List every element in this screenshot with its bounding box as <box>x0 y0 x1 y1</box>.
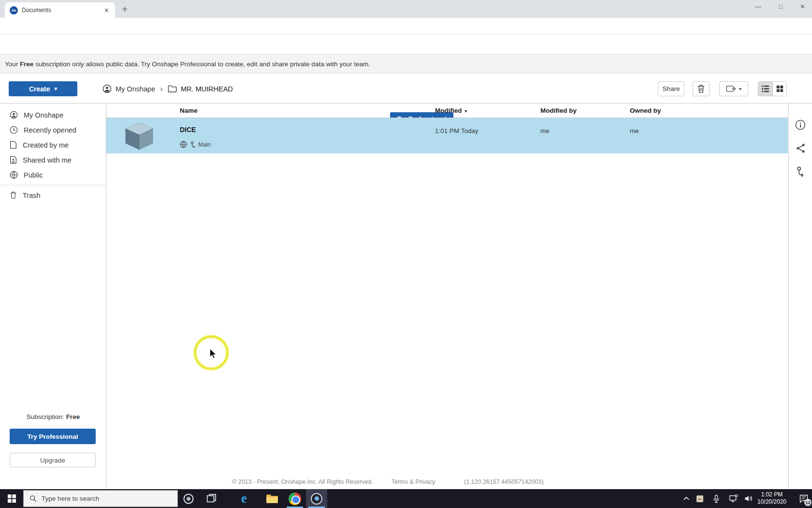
create-button[interactable]: Create ▾ <box>9 81 77 96</box>
content-area: My Onshape Recently opened Created by me… <box>0 103 812 489</box>
file-explorer-icon <box>266 493 278 504</box>
edge-icon: e <box>241 491 247 506</box>
subscription-banner: Your Free subscription only allows publi… <box>0 55 812 74</box>
column-header-modified[interactable]: Modified ▼ <box>435 107 468 114</box>
chrome-button[interactable] <box>284 489 305 508</box>
onshape-favicon: On <box>10 6 18 15</box>
label-filter-button[interactable]: ▾ <box>719 81 748 96</box>
sort-desc-icon: ▼ <box>464 109 468 114</box>
public-globe-icon <box>180 141 187 148</box>
chevron-up-icon <box>683 495 690 502</box>
banner-text: Your Free subscription only allows publi… <box>5 60 370 68</box>
taskbar-search-icon <box>29 495 37 502</box>
sidebar-item-my-onshape[interactable]: My Onshape <box>0 107 106 122</box>
microphone-icon <box>712 494 720 503</box>
taskbar-search[interactable]: Type here to search <box>23 490 178 507</box>
versions-branch-icon[interactable] <box>796 166 805 177</box>
footer-terms-link[interactable]: Terms & Privacy <box>392 478 435 485</box>
share-button[interactable]: Share <box>658 81 684 96</box>
breadcrumb: My Onshape › MR. MUIRHEAD <box>102 81 233 96</box>
list-view-toggle[interactable] <box>758 82 772 96</box>
action-center-button[interactable]: 12 <box>796 489 812 508</box>
clock-date: 10/20/2020 <box>750 498 794 506</box>
document-thumbnail-cube <box>124 121 155 150</box>
minimize-icon[interactable]: — <box>755 3 761 10</box>
try-professional-button[interactable]: Try Professional <box>10 429 96 444</box>
column-header-name[interactable]: Name <box>180 107 198 114</box>
person-circle-icon <box>10 111 18 119</box>
grid-view-icon <box>776 85 783 92</box>
file-explorer-button[interactable] <box>261 489 283 508</box>
grid-view-toggle[interactable] <box>772 82 786 96</box>
breadcrumb-chevron-icon: › <box>160 84 163 94</box>
trash-icon <box>10 191 17 199</box>
mouse-cursor <box>209 348 218 359</box>
task-view-icon <box>206 493 217 504</box>
upgrade-button[interactable]: Upgrade <box>10 453 96 467</box>
tray-app-button[interactable] <box>692 489 708 508</box>
sidebar-item-public[interactable]: Public <box>0 167 106 182</box>
footer-copyright: © 2013 - Present, Onshape Inc. All Right… <box>232 478 373 485</box>
tray-microphone-button[interactable] <box>709 489 724 508</box>
subscription-status: Subscription: Free <box>0 413 106 420</box>
document-modified-by: me <box>540 127 550 134</box>
tab-close-icon[interactable]: ✕ <box>103 7 110 14</box>
footer-version: (1.120.26157.445057142003) <box>464 478 544 485</box>
windows-logo-icon <box>8 494 16 503</box>
branch-icon <box>190 141 195 148</box>
document-modified: 1:01 PM Today <box>435 127 478 134</box>
folder-icon <box>168 85 177 93</box>
shared-document-icon <box>10 156 17 164</box>
browser-tab[interactable]: On Documents ✕ <box>5 2 115 18</box>
tab-title: Documents <box>22 7 103 14</box>
onshape-header: Onshape ▾ 9+ App Store Learning Center ?… <box>0 34 812 55</box>
clock-icon <box>10 126 18 134</box>
right-dock-panel <box>788 104 812 490</box>
view-toggle-group <box>758 81 787 96</box>
chrome-icon <box>289 493 301 505</box>
close-icon[interactable]: ✕ <box>800 3 805 10</box>
sidebar-item-recently-opened[interactable]: Recently opened <box>0 122 106 137</box>
table-header: Name Modified ▼ Modified by Owned by <box>106 104 788 118</box>
tray-app-icon <box>696 495 704 503</box>
trash-icon <box>697 84 705 93</box>
sidebar-item-trash[interactable]: Trash <box>0 188 106 203</box>
info-icon[interactable] <box>795 120 806 130</box>
new-tab-button[interactable]: + <box>122 3 128 15</box>
browser-tab-strip: On Documents ✕ + — □ ✕ <box>0 0 812 18</box>
notification-count: 12 <box>804 499 812 506</box>
taskbar-clock[interactable]: 1:02 PM 10/20/2020 <box>750 491 794 506</box>
label-caret-icon: ▾ <box>739 86 741 91</box>
table-row[interactable]: DICE Main 1:01 PM Today me me <box>106 118 788 153</box>
task-view-button[interactable] <box>201 489 222 508</box>
create-caret-icon: ▾ <box>55 86 58 92</box>
workspace-name[interactable]: Main <box>198 141 211 148</box>
cortana-button[interactable] <box>178 489 199 508</box>
sidebar-item-created-by-me[interactable]: Created by me <box>0 137 106 152</box>
browser-toolbar: cad.onshape.com/documents?nodeId=c509145… <box>0 18 812 34</box>
maximize-icon[interactable]: □ <box>779 3 783 10</box>
recorder-app-button[interactable] <box>306 489 327 508</box>
sidebar-item-shared-with-me[interactable]: Shared with me <box>0 152 106 167</box>
start-button[interactable] <box>0 489 23 508</box>
column-header-owned-by[interactable]: Owned by <box>630 107 661 114</box>
recorder-icon <box>311 493 322 505</box>
taskbar-search-placeholder: Type here to search <box>42 495 99 502</box>
toolbar-right-actions: Share ▾ <box>658 81 787 96</box>
breadcrumb-item-current-folder[interactable]: MR. MUIRHEAD <box>181 85 233 93</box>
network-icon <box>729 494 738 503</box>
column-header-modified-by[interactable]: Modified by <box>540 107 577 114</box>
documents-table: Name Modified ▼ Modified by Owned by DIC… <box>106 104 788 490</box>
sidebar: My Onshape Recently opened Created by me… <box>0 104 106 490</box>
breadcrumb-item-my-onshape[interactable]: My Onshape <box>116 85 155 93</box>
document-owned-by: me <box>630 127 639 134</box>
edge-button[interactable]: e <box>233 489 255 508</box>
tray-network-button[interactable] <box>725 489 741 508</box>
clock-time: 1:02 PM <box>750 491 794 498</box>
list-view-icon <box>761 85 769 92</box>
share-panel-icon[interactable] <box>796 143 806 153</box>
document-name[interactable]: DICE <box>180 126 196 134</box>
cortana-icon <box>183 493 194 505</box>
delete-button[interactable] <box>693 81 710 96</box>
sidebar-divider <box>0 185 106 185</box>
